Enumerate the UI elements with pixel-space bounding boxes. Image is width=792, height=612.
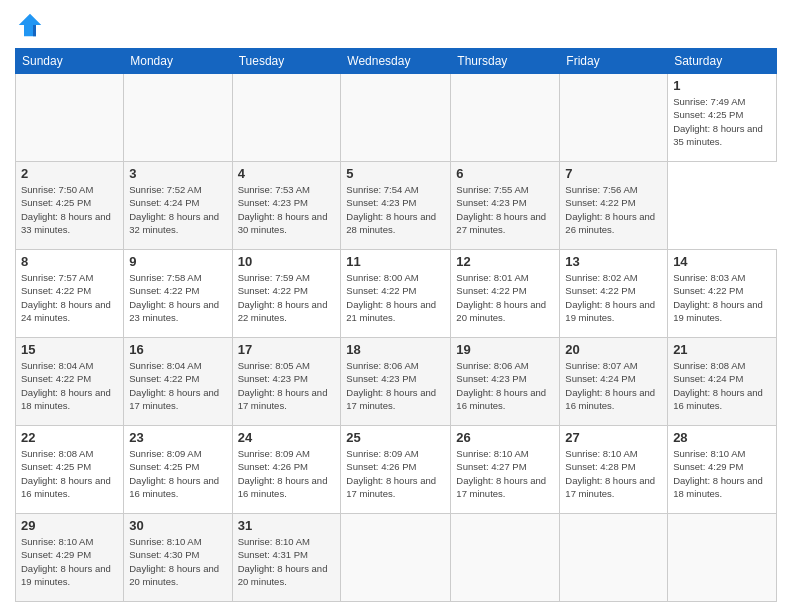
day-info: Sunrise: 7:59 AMSunset: 4:22 PMDaylight:…: [238, 271, 336, 324]
empty-cell: [232, 74, 341, 162]
calendar-day: 11Sunrise: 8:00 AMSunset: 4:22 PMDayligh…: [341, 250, 451, 338]
day-number: 19: [456, 342, 554, 357]
calendar-day: 12Sunrise: 8:01 AMSunset: 4:22 PMDayligh…: [451, 250, 560, 338]
day-number: 11: [346, 254, 445, 269]
empty-cell: [451, 74, 560, 162]
day-info: Sunrise: 8:10 AMSunset: 4:27 PMDaylight:…: [456, 447, 554, 500]
day-number: 2: [21, 166, 118, 181]
empty-cell: [560, 514, 668, 602]
calendar-day: 29Sunrise: 8:10 AMSunset: 4:29 PMDayligh…: [16, 514, 124, 602]
logo-icon: [15, 10, 45, 40]
calendar-day: 28Sunrise: 8:10 AMSunset: 4:29 PMDayligh…: [668, 426, 777, 514]
calendar-week-row: 2Sunrise: 7:50 AMSunset: 4:25 PMDaylight…: [16, 162, 777, 250]
calendar-day: 16Sunrise: 8:04 AMSunset: 4:22 PMDayligh…: [124, 338, 232, 426]
day-number: 8: [21, 254, 118, 269]
day-info: Sunrise: 8:08 AMSunset: 4:25 PMDaylight:…: [21, 447, 118, 500]
day-of-week-header: Saturday: [668, 49, 777, 74]
day-info: Sunrise: 8:10 AMSunset: 4:29 PMDaylight:…: [673, 447, 771, 500]
calendar-week-row: 22Sunrise: 8:08 AMSunset: 4:25 PMDayligh…: [16, 426, 777, 514]
day-number: 31: [238, 518, 336, 533]
day-number: 6: [456, 166, 554, 181]
day-number: 1: [673, 78, 771, 93]
day-number: 7: [565, 166, 662, 181]
day-info: Sunrise: 8:10 AMSunset: 4:29 PMDaylight:…: [21, 535, 118, 588]
day-info: Sunrise: 8:03 AMSunset: 4:22 PMDaylight:…: [673, 271, 771, 324]
page: SundayMondayTuesdayWednesdayThursdayFrid…: [0, 0, 792, 612]
day-number: 5: [346, 166, 445, 181]
calendar-day: 25Sunrise: 8:09 AMSunset: 4:26 PMDayligh…: [341, 426, 451, 514]
day-number: 16: [129, 342, 226, 357]
calendar-day: 20Sunrise: 8:07 AMSunset: 4:24 PMDayligh…: [560, 338, 668, 426]
day-of-week-header: Sunday: [16, 49, 124, 74]
calendar-day: 15Sunrise: 8:04 AMSunset: 4:22 PMDayligh…: [16, 338, 124, 426]
day-of-week-header: Thursday: [451, 49, 560, 74]
calendar-day: 3Sunrise: 7:52 AMSunset: 4:24 PMDaylight…: [124, 162, 232, 250]
calendar-day: 27Sunrise: 8:10 AMSunset: 4:28 PMDayligh…: [560, 426, 668, 514]
calendar-day: 23Sunrise: 8:09 AMSunset: 4:25 PMDayligh…: [124, 426, 232, 514]
empty-cell: [341, 74, 451, 162]
empty-cell: [560, 74, 668, 162]
day-number: 18: [346, 342, 445, 357]
empty-cell: [668, 514, 777, 602]
calendar-day: 9Sunrise: 7:58 AMSunset: 4:22 PMDaylight…: [124, 250, 232, 338]
day-info: Sunrise: 8:02 AMSunset: 4:22 PMDaylight:…: [565, 271, 662, 324]
day-info: Sunrise: 7:58 AMSunset: 4:22 PMDaylight:…: [129, 271, 226, 324]
empty-cell: [16, 74, 124, 162]
calendar-day: 31Sunrise: 8:10 AMSunset: 4:31 PMDayligh…: [232, 514, 341, 602]
day-number: 12: [456, 254, 554, 269]
day-info: Sunrise: 7:54 AMSunset: 4:23 PMDaylight:…: [346, 183, 445, 236]
day-number: 15: [21, 342, 118, 357]
day-of-week-header: Monday: [124, 49, 232, 74]
calendar-day: 13Sunrise: 8:02 AMSunset: 4:22 PMDayligh…: [560, 250, 668, 338]
calendar-day: 19Sunrise: 8:06 AMSunset: 4:23 PMDayligh…: [451, 338, 560, 426]
calendar-day: 2Sunrise: 7:50 AMSunset: 4:25 PMDaylight…: [16, 162, 124, 250]
day-number: 10: [238, 254, 336, 269]
calendar-day: 5Sunrise: 7:54 AMSunset: 4:23 PMDaylight…: [341, 162, 451, 250]
logo: [15, 10, 49, 40]
day-number: 28: [673, 430, 771, 445]
calendar-day: 14Sunrise: 8:03 AMSunset: 4:22 PMDayligh…: [668, 250, 777, 338]
day-number: 14: [673, 254, 771, 269]
day-info: Sunrise: 7:57 AMSunset: 4:22 PMDaylight:…: [21, 271, 118, 324]
day-number: 25: [346, 430, 445, 445]
day-info: Sunrise: 8:04 AMSunset: 4:22 PMDaylight:…: [129, 359, 226, 412]
day-number: 22: [21, 430, 118, 445]
day-info: Sunrise: 8:04 AMSunset: 4:22 PMDaylight:…: [21, 359, 118, 412]
day-number: 24: [238, 430, 336, 445]
calendar-day: 18Sunrise: 8:06 AMSunset: 4:23 PMDayligh…: [341, 338, 451, 426]
day-info: Sunrise: 8:08 AMSunset: 4:24 PMDaylight:…: [673, 359, 771, 412]
calendar-day: 22Sunrise: 8:08 AMSunset: 4:25 PMDayligh…: [16, 426, 124, 514]
day-of-week-header: Friday: [560, 49, 668, 74]
day-info: Sunrise: 8:06 AMSunset: 4:23 PMDaylight:…: [346, 359, 445, 412]
day-info: Sunrise: 8:10 AMSunset: 4:30 PMDaylight:…: [129, 535, 226, 588]
day-number: 3: [129, 166, 226, 181]
day-info: Sunrise: 8:09 AMSunset: 4:26 PMDaylight:…: [346, 447, 445, 500]
header: [15, 10, 777, 40]
calendar-day: 7Sunrise: 7:56 AMSunset: 4:22 PMDaylight…: [560, 162, 668, 250]
day-number: 27: [565, 430, 662, 445]
day-number: 9: [129, 254, 226, 269]
day-info: Sunrise: 7:55 AMSunset: 4:23 PMDaylight:…: [456, 183, 554, 236]
calendar-week-row: 15Sunrise: 8:04 AMSunset: 4:22 PMDayligh…: [16, 338, 777, 426]
day-number: 30: [129, 518, 226, 533]
calendar-week-row: 8Sunrise: 7:57 AMSunset: 4:22 PMDaylight…: [16, 250, 777, 338]
calendar-day: 6Sunrise: 7:55 AMSunset: 4:23 PMDaylight…: [451, 162, 560, 250]
day-number: 13: [565, 254, 662, 269]
calendar-day: 1Sunrise: 7:49 AMSunset: 4:25 PMDaylight…: [668, 74, 777, 162]
day-number: 21: [673, 342, 771, 357]
calendar-day: 21Sunrise: 8:08 AMSunset: 4:24 PMDayligh…: [668, 338, 777, 426]
day-info: Sunrise: 8:00 AMSunset: 4:22 PMDaylight:…: [346, 271, 445, 324]
day-info: Sunrise: 8:09 AMSunset: 4:25 PMDaylight:…: [129, 447, 226, 500]
calendar-day: 30Sunrise: 8:10 AMSunset: 4:30 PMDayligh…: [124, 514, 232, 602]
day-number: 20: [565, 342, 662, 357]
day-info: Sunrise: 8:09 AMSunset: 4:26 PMDaylight:…: [238, 447, 336, 500]
day-number: 26: [456, 430, 554, 445]
day-info: Sunrise: 8:01 AMSunset: 4:22 PMDaylight:…: [456, 271, 554, 324]
empty-cell: [124, 74, 232, 162]
day-info: Sunrise: 7:56 AMSunset: 4:22 PMDaylight:…: [565, 183, 662, 236]
empty-cell: [451, 514, 560, 602]
day-number: 23: [129, 430, 226, 445]
calendar-day: 8Sunrise: 7:57 AMSunset: 4:22 PMDaylight…: [16, 250, 124, 338]
day-of-week-header: Tuesday: [232, 49, 341, 74]
calendar-week-row: 1Sunrise: 7:49 AMSunset: 4:25 PMDaylight…: [16, 74, 777, 162]
